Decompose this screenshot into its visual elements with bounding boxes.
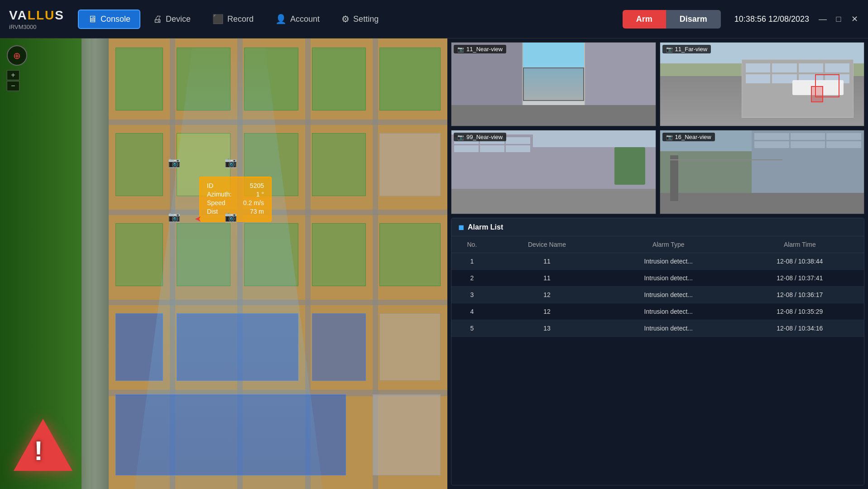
camera-feeds: 📷 11_Near-view 📷 11_Far-view bbox=[451, 42, 864, 214]
alarm-title: Alarm List bbox=[468, 223, 503, 231]
alarm-device-3: 12 bbox=[493, 287, 601, 303]
app-logo: VALLUS bbox=[9, 8, 64, 23]
camera-feed-3[interactable]: 📷 99_Near-view bbox=[451, 130, 656, 214]
alarm-header: ◼ Alarm List bbox=[451, 218, 864, 236]
detection-dist-label: Dist bbox=[207, 208, 218, 215]
minimize-button[interactable]: — bbox=[818, 14, 827, 24]
building-r3c1 bbox=[115, 223, 163, 286]
map-road-h1 bbox=[109, 120, 447, 125]
map-area[interactable]: ID 5205 Azimuth: 1 ° Speed 0.2 m/s Dist … bbox=[0, 38, 447, 489]
cam1-gate bbox=[523, 67, 584, 101]
alarm-time-4: 12-08 / 10:35:29 bbox=[736, 303, 864, 320]
nav-record[interactable]: ⬛ Record bbox=[203, 10, 263, 28]
cam2-background bbox=[660, 43, 864, 126]
building-r2c1 bbox=[115, 133, 163, 196]
cam1-ground bbox=[451, 105, 656, 126]
zoom-out-button[interactable]: − bbox=[7, 81, 19, 91]
alarm-data-table: No. Device Name Alarm Type Alarm Time 1 … bbox=[451, 236, 864, 337]
camera-label-2: 📷 11_Far-view bbox=[662, 45, 711, 53]
nav-device-label: Device bbox=[166, 14, 191, 24]
cam4-windows bbox=[752, 130, 864, 151]
alarm-row-1[interactable]: 1 11 Intrusion detect... 12-08 / 10:38:4… bbox=[451, 253, 864, 270]
setting-icon: ⚙ bbox=[341, 14, 350, 24]
alarm-device-5: 13 bbox=[493, 320, 601, 337]
cam4-road bbox=[660, 193, 864, 214]
nav-account[interactable]: 👤 Account bbox=[266, 10, 329, 28]
cam4-background bbox=[660, 130, 864, 214]
camera-feed-1[interactable]: 📷 11_Near-view bbox=[451, 42, 656, 126]
cam4-building-right bbox=[752, 130, 864, 201]
window bbox=[826, 141, 861, 148]
cam-label-icon-3: 📷 bbox=[457, 134, 464, 140]
account-icon: 👤 bbox=[275, 14, 287, 24]
alarm-row-5[interactable]: 5 13 Intrusion detect... 12-08 / 10:34:1… bbox=[451, 320, 864, 337]
maximize-button[interactable]: □ bbox=[834, 14, 843, 24]
arm-disarm-controls: Arm Disarm bbox=[623, 10, 721, 29]
cam1-background bbox=[451, 43, 656, 126]
map-ground bbox=[109, 38, 447, 489]
alarm-time-3: 12-08 / 10:36:17 bbox=[736, 287, 864, 303]
alarm-no-1: 1 bbox=[451, 253, 493, 270]
map-compass: ⊕ bbox=[7, 45, 27, 66]
terrain-road bbox=[82, 38, 109, 489]
detection-azimuth-value: 1 ° bbox=[256, 191, 264, 198]
cam4-fence-post bbox=[670, 155, 678, 201]
alarm-time-5: 12-08 / 10:34:16 bbox=[736, 320, 864, 337]
logo-area: VALLUS iRVM3000 bbox=[9, 8, 64, 30]
window bbox=[799, 63, 823, 72]
nav-console[interactable]: 🖥 Console bbox=[78, 10, 140, 29]
console-icon: 🖥 bbox=[88, 14, 97, 24]
alarm-type-5: Intrusion detect... bbox=[601, 320, 735, 337]
zoom-in-button[interactable]: + bbox=[7, 70, 19, 80]
map-camera-icon-2[interactable]: 📷 bbox=[224, 156, 237, 169]
detection-id-row: ID 5205 bbox=[207, 182, 264, 189]
window bbox=[754, 133, 789, 140]
map-road-h3 bbox=[109, 300, 447, 305]
device-icon: 🖨 bbox=[153, 14, 162, 24]
camera-feed-4[interactable]: 📷 16_Near-view bbox=[660, 130, 865, 214]
cam4-fence-rail bbox=[670, 159, 782, 160]
map-camera-icon-4[interactable]: 📷 bbox=[224, 211, 237, 223]
col-header-no: No. bbox=[451, 236, 493, 253]
alarm-row-4[interactable]: 4 12 Intrusion detect... 12-08 / 10:35:2… bbox=[451, 303, 864, 320]
building-r3c4 bbox=[312, 223, 366, 286]
alarm-no-3: 3 bbox=[451, 287, 493, 303]
alarm-table-body: 1 11 Intrusion detect... 12-08 / 10:38:4… bbox=[451, 253, 864, 337]
disarm-button[interactable]: Disarm bbox=[666, 10, 721, 29]
nav-device[interactable]: 🖨 Device bbox=[144, 10, 200, 28]
alarm-no-5: 5 bbox=[451, 320, 493, 337]
building-r4c1 bbox=[115, 313, 163, 381]
alarm-row-2[interactable]: 2 11 Intrusion detect... 12-08 / 10:37:4… bbox=[451, 270, 864, 287]
window bbox=[746, 74, 770, 83]
building-r1c5 bbox=[379, 48, 441, 110]
camera-blue-icon-2: 📷 bbox=[225, 157, 237, 168]
app-subtitle: iRVM3000 bbox=[9, 24, 64, 30]
nav-setting[interactable]: ⚙ Setting bbox=[332, 10, 388, 28]
close-button[interactable]: ✕ bbox=[850, 14, 859, 24]
arm-button[interactable]: Arm bbox=[623, 10, 666, 29]
alarm-type-2: Intrusion detect... bbox=[601, 270, 735, 287]
nav-record-label: Record bbox=[227, 14, 254, 24]
camera-feed-2[interactable]: 📷 11_Far-view bbox=[660, 42, 865, 126]
building-r5c1 bbox=[115, 394, 346, 475]
alarm-time-2: 12-08 / 10:37:41 bbox=[736, 270, 864, 287]
map-camera-icon-1[interactable]: 📷 bbox=[168, 156, 180, 169]
window-controls: — □ ✕ bbox=[818, 14, 859, 24]
building-r3c5 bbox=[379, 223, 441, 286]
alarm-row-3[interactable]: 3 12 Intrusion detect... 12-08 / 10:36:1… bbox=[451, 287, 864, 303]
window bbox=[506, 137, 530, 144]
record-icon: ⬛ bbox=[212, 14, 224, 24]
window bbox=[506, 145, 530, 152]
cam-label-icon-2: 📷 bbox=[666, 46, 673, 53]
detection-azimuth-row: Azimuth: 1 ° bbox=[207, 191, 264, 198]
window bbox=[791, 141, 825, 148]
warning-triangle bbox=[14, 419, 72, 471]
alarm-table: No. Device Name Alarm Type Alarm Time 1 … bbox=[451, 236, 864, 485]
right-panel: 📷 11_Near-view 📷 11_Far-view bbox=[447, 38, 868, 489]
title-bar: VALLUS iRVM3000 🖥 Console 🖨 Device ⬛ Rec… bbox=[0, 0, 868, 38]
building-r1c2 bbox=[177, 48, 231, 110]
map-camera-icon-3[interactable]: 📷 bbox=[168, 211, 180, 223]
compass-symbol: ⊕ bbox=[7, 45, 27, 66]
alarm-no-2: 2 bbox=[451, 270, 493, 287]
alarm-type-1: Intrusion detect... bbox=[601, 253, 735, 270]
